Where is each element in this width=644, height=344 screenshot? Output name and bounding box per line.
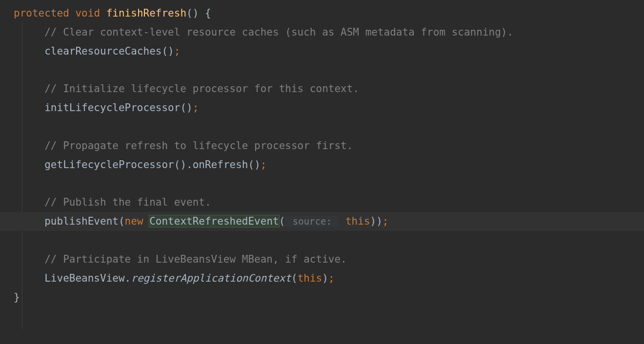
keyword-void: void [75,7,100,19]
code-line[interactable]: LiveBeansView.registerApplicationContext… [0,269,644,288]
code-line-blank[interactable] [0,61,644,80]
semicolon: ; [382,215,389,227]
comment: // Clear context-level resource caches (… [44,26,513,38]
parentheses: () [186,7,199,19]
code-line-blank[interactable] [0,174,644,193]
dot: . [125,272,131,284]
keyword-this: this [298,272,322,284]
code-line[interactable]: // Clear context-level resource caches (… [0,23,644,42]
class-reference: LiveBeansView [44,272,124,284]
paren-open: ( [119,215,125,227]
code-line-current[interactable]: publishEvent(new ContextRefreshedEvent( … [0,212,644,231]
dot: . [186,159,193,171]
comment: // Publish the final event. [44,196,211,208]
parentheses: () [248,159,260,171]
paren-close: )) [370,215,382,227]
paren-close: ) [322,272,328,284]
comment: // Propagate refresh to lifecycle proces… [44,140,353,152]
code-line[interactable]: protected void finishRefresh() { [0,4,644,23]
code-line-blank[interactable] [0,231,644,250]
code-line[interactable]: // Publish the final event. [0,193,644,212]
semicolon: ; [193,102,199,114]
keyword-this: this [345,215,370,227]
code-line[interactable]: // Propagate refresh to lifecycle proces… [0,136,644,155]
static-method-call: registerApplicationContext [131,272,291,284]
code-editor[interactable]: protected void finishRefresh() { // Clea… [0,4,644,307]
code-line[interactable]: } [0,288,644,307]
semicolon: ; [328,272,335,284]
parentheses: () [180,102,192,114]
semicolon: ; [174,45,181,57]
brace-open: { [199,7,211,19]
method-call: initLifecycleProcessor [44,102,180,114]
paren-open: ( [291,272,298,284]
keyword-protected: protected [14,7,69,19]
paren-open: ( [279,215,285,227]
method-declaration: finishRefresh [106,7,186,19]
method-call: publishEvent [44,215,119,227]
method-call: onRefresh [193,159,248,171]
code-line-blank[interactable] [0,117,644,136]
code-line[interactable]: clearResourceCaches(); [0,42,644,61]
parameter-hint: source: [285,216,339,227]
code-line[interactable]: getLifecycleProcessor().onRefresh(); [0,155,644,174]
code-line[interactable]: // Participate in LiveBeansView MBean, i… [0,250,644,269]
comment: // Initialize lifecycle processor for th… [44,83,359,95]
class-name: ContextRefreshedEvent [149,215,279,227]
keyword-new: new [125,215,143,227]
parentheses: () [161,45,174,57]
method-call: clearResourceCaches [44,45,161,57]
brace-close: } [14,291,20,303]
code-line[interactable]: // Initialize lifecycle processor for th… [0,79,644,98]
semicolon: ; [261,159,267,171]
code-line[interactable]: initLifecycleProcessor(); [0,98,644,117]
parentheses: () [174,159,186,171]
comment: // Participate in LiveBeansView MBean, i… [44,253,347,265]
method-call: getLifecycleProcessor [44,159,174,171]
